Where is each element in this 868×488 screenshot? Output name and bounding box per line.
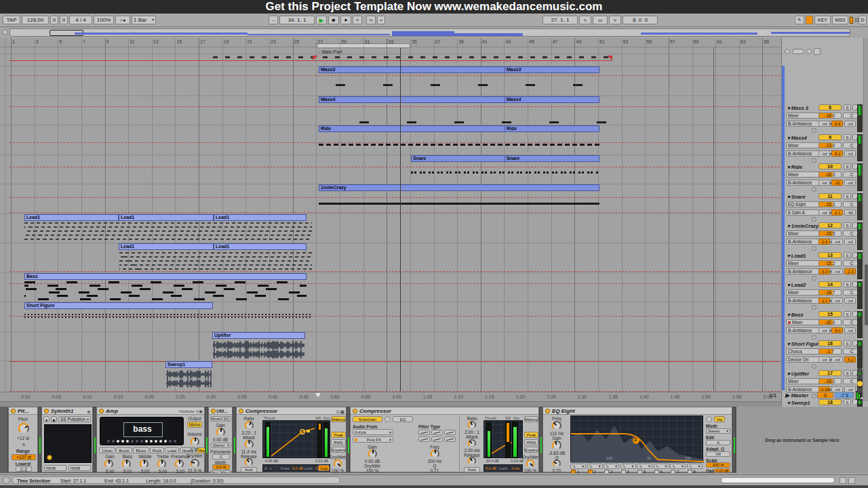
width-value[interactable]: 0.0 % <box>212 464 230 470</box>
attack-value[interactable]: 11.4 ms <box>238 449 260 454</box>
eq-band-toggle[interactable] <box>637 470 642 473</box>
mute-button[interactable]: Mute <box>210 416 221 422</box>
c2-attack-value[interactable]: 2.00 ms <box>462 448 482 453</box>
time-signature-field[interactable]: 4 / 4 <box>69 16 92 24</box>
eq-band-toggle[interactable] <box>571 470 576 473</box>
midi-note[interactable] <box>573 84 583 86</box>
plugin-lock-button[interactable]: ● <box>43 416 50 422</box>
eq-headphone-button[interactable] <box>706 416 712 422</box>
time-ruler[interactable]: 0:000:050:100:150:200:250:300:350:400:45… <box>0 392 781 401</box>
automation-arm-button[interactable] <box>806 16 813 24</box>
midi-notes-row[interactable] <box>24 239 312 240</box>
release-knob[interactable] <box>245 458 253 466</box>
midi-notes-row[interactable] <box>319 144 599 146</box>
eq-gain-value[interactable]: -3.83 dB <box>545 451 569 455</box>
panorama-value[interactable]: C <box>212 454 230 460</box>
pitch-value[interactable]: +12 st <box>9 436 37 441</box>
solo-button[interactable]: S <box>844 222 851 228</box>
c2-auto-button[interactable]: Auto <box>464 467 480 472</box>
track-lane[interactable] <box>0 361 781 390</box>
midi-notes-row[interactable] <box>119 268 312 270</box>
back-to-arrangement-button[interactable]: • <box>377 16 385 24</box>
tap-button[interactable]: TAP <box>3 16 20 24</box>
plugin-slot-1[interactable]: none <box>44 465 66 471</box>
attack-knob[interactable] <box>245 440 254 449</box>
play-button[interactable]: ▶ <box>316 16 327 24</box>
c2-ratio-value[interactable]: 2.00 : 1 <box>462 430 482 434</box>
send-box[interactable]: -inf <box>831 298 843 304</box>
scroll-band[interactable] <box>0 401 781 407</box>
midi-notes-row[interactable] <box>24 298 307 300</box>
track-number[interactable]: 9 <box>818 134 842 140</box>
c2-rms-button[interactable]: RMS <box>524 439 538 445</box>
eq-band-filter-selector[interactable]: ∿ <box>654 464 669 469</box>
c2-attack-knob[interactable] <box>468 439 476 447</box>
send-box[interactable]: -inf <box>831 357 843 363</box>
lane-fold-button[interactable] <box>812 187 816 192</box>
c2-drywet-knob[interactable] <box>526 460 534 468</box>
eq-adaptq-button[interactable]: Off <box>706 451 730 457</box>
quantization-menu[interactable]: 1 Bar <box>132 16 156 24</box>
plugin-pin-button[interactable]: ■ <box>51 416 57 422</box>
lane-fold-button[interactable] <box>812 246 816 251</box>
phase-left-button[interactable]: Phz-L <box>210 470 221 473</box>
midi-notes-row[interactable] <box>24 291 307 293</box>
curve-icon[interactable]: ∿ <box>269 466 273 470</box>
amp-type-rock[interactable]: Rock <box>150 447 164 453</box>
filter-type-button[interactable] <box>444 430 456 435</box>
device-amp-title[interactable]: Amp⌁Softube ⊙▣ <box>97 407 204 415</box>
midi-note[interactable] <box>454 121 464 123</box>
send-box[interactable]: -0.6 <box>818 239 830 245</box>
device-compressor1-title[interactable]: Compressor⊙▣ <box>237 407 346 415</box>
send-box[interactable]: -8.0 <box>831 327 843 333</box>
send-box[interactable]: -2.3 <box>844 268 856 274</box>
eq-freq-knob[interactable] <box>552 421 561 430</box>
comp1-drywet-value[interactable]: 100 % <box>329 468 347 473</box>
headphone-button[interactable] <box>384 416 391 422</box>
arrangement-position-field[interactable]: 34. 1. 1 <box>279 16 315 24</box>
eq-display[interactable]: 2 100 1k 10k <box>570 415 703 462</box>
scrollbar-thumb[interactable] <box>865 264 868 325</box>
gain-value[interactable]: 0.00 dB <box>209 437 232 442</box>
automation-line[interactable] <box>9 60 612 61</box>
clip[interactable] <box>319 66 599 73</box>
midi-notes-row[interactable] <box>24 235 312 236</box>
curve2-icon[interactable]: ⌒ <box>275 466 279 470</box>
peak-button[interactable]: Peak <box>331 432 346 438</box>
eq-band-filter-selector[interactable]: ∿ <box>637 464 652 469</box>
eq-band-filter-selector[interactable]: ∿ <box>587 464 603 469</box>
key-map-button[interactable]: KEY <box>814 16 831 24</box>
tempo-field[interactable]: 128.00 <box>22 16 49 24</box>
comp1-drywet-knob[interactable] <box>334 460 342 468</box>
auto-release-button[interactable]: Auto <box>241 467 257 472</box>
lane-fold-button[interactable] <box>812 364 816 369</box>
sidechain-tap-selector[interactable]: Post FX <box>353 436 393 443</box>
loop-start-field[interactable]: 27. 1. 1 <box>542 16 578 24</box>
filter-type-button[interactable] <box>431 436 443 442</box>
clip[interactable] <box>319 184 599 191</box>
nudge-up-button[interactable]: ||| <box>60 16 68 24</box>
eq-band-toggle[interactable] <box>654 470 659 473</box>
midi-notes-row[interactable] <box>24 285 307 287</box>
util-mode-selector[interactable]: Stereo <box>211 443 231 448</box>
lane-fold-button[interactable] <box>812 305 816 310</box>
midi-notes-row[interactable] <box>24 226 312 228</box>
punch-in-button[interactable]: ∿ <box>579 16 591 24</box>
groove-amount-field[interactable]: 100% <box>94 16 114 24</box>
dc-button[interactable]: DC <box>222 416 231 422</box>
send-box[interactable]: -inf <box>818 150 830 157</box>
c2-knee-value[interactable]: 6.0 dB <box>486 466 496 470</box>
knee-value[interactable]: 6.0 dB <box>292 466 303 470</box>
arrangement-overview[interactable] <box>9 28 850 37</box>
midi-note[interactable] <box>502 121 511 123</box>
sc-gain-value[interactable]: 0.00 dB <box>359 459 386 464</box>
sc-drywet-value[interactable]: 100 % <box>359 468 386 473</box>
send-box[interactable]: -inf <box>818 180 830 186</box>
filter-type-button[interactable] <box>418 436 430 442</box>
track-number[interactable]: 15 <box>818 311 842 317</box>
send-box[interactable]: -2.1 <box>831 209 843 216</box>
send-box[interactable]: -inf <box>818 209 830 216</box>
follow-button[interactable]: → <box>269 16 278 24</box>
drywet-value[interactable]: 21.5 % <box>185 468 204 473</box>
zoom-in-button[interactable] <box>806 49 812 54</box>
